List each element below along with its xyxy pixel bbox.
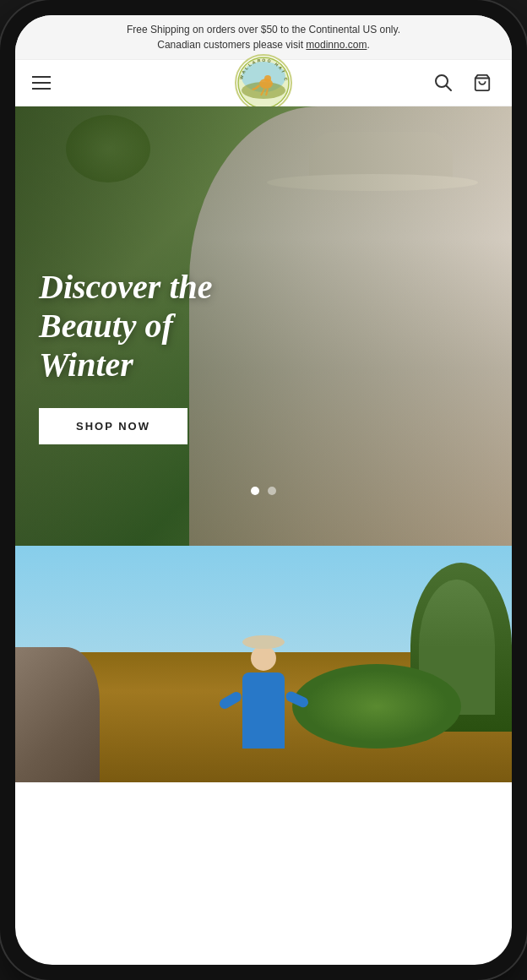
hamburger-line-3 — [32, 88, 51, 90]
search-button[interactable] — [431, 70, 456, 95]
shop-now-button[interactable]: SHOP NOW — [39, 408, 187, 444]
announcement-line1: Free Shipping on orders over $50 to the … — [29, 22, 498, 37]
person-outdoor — [242, 632, 285, 749]
person-arms — [217, 689, 310, 700]
carousel-dot-2[interactable] — [268, 487, 276, 495]
svg-point-5 — [264, 75, 271, 82]
hamburger-line-2 — [32, 82, 51, 84]
announcement-text-2: Canadian customers please visit — [157, 39, 303, 51]
hero-content: Discover the Beauty of Winter SHOP NOW — [39, 268, 512, 444]
second-section — [15, 546, 512, 782]
svg-line-10 — [447, 86, 452, 91]
second-section-bg — [15, 546, 512, 782]
announcement-line2: Canadian customers please visit modinno.… — [29, 37, 498, 52]
cart-icon — [473, 74, 492, 92]
announcement-link[interactable]: modinno.com — [306, 39, 367, 51]
person-head — [251, 645, 276, 671]
person-hat — [242, 635, 285, 649]
phone-frame: Free Shipping on orders over $50 to the … — [0, 0, 527, 980]
search-icon — [434, 74, 453, 92]
logo-container[interactable]: WALLAROO HAT COMPANY — [234, 53, 293, 112]
rock-left — [15, 647, 100, 782]
header-right — [431, 70, 495, 95]
header: WALLAROO HAT COMPANY — [15, 60, 512, 106]
person-body — [242, 672, 285, 749]
greenery-mid — [292, 664, 461, 749]
hamburger-line-1 — [32, 76, 51, 78]
header-left — [32, 76, 51, 90]
carousel-dots — [251, 487, 276, 495]
announcement-text-1: Free Shipping on orders over $50 to the … — [127, 24, 400, 35]
cart-button[interactable] — [470, 70, 495, 95]
logo-svg: WALLAROO HAT COMPANY — [234, 53, 293, 112]
phone-screen: Free Shipping on orders over $50 to the … — [15, 15, 512, 965]
carousel-dot-1[interactable] — [251, 487, 259, 495]
menu-button[interactable] — [32, 76, 51, 90]
announcement-suffix: . — [367, 39, 369, 51]
hero-section: Discover the Beauty of Winter SHOP NOW — [15, 106, 512, 546]
hero-title: Discover the Beauty of Winter — [39, 268, 267, 384]
